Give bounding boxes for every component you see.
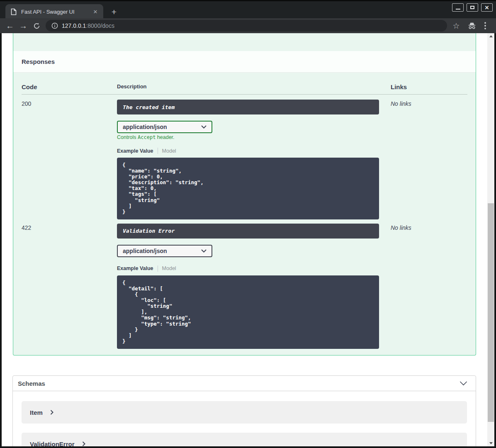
accept-header-note: Controls Accept header. [117, 134, 391, 140]
responses-table: Code Description Links 200 The created i… [13, 73, 476, 355]
schema-item[interactable]: Item [22, 401, 467, 424]
tab-example-value[interactable]: Example Value [117, 265, 153, 271]
url-bar[interactable]: 127.0.0.1:8000/docs [46, 20, 447, 32]
window-maximize-button[interactable] [467, 3, 478, 12]
endpoint-block: Responses Code Description Links 200 The… [13, 33, 476, 355]
schemas-title: Schemas [18, 380, 45, 387]
links-column-header: Links [391, 83, 467, 90]
kebab-menu-icon [484, 22, 486, 29]
media-type-select-422[interactable]: application/json [117, 245, 212, 257]
response-description-box: The created item [117, 100, 379, 114]
back-button[interactable]: ← [4, 20, 16, 32]
titlebar: Fast API - Swagger UI ✕ + ✕ [0, 0, 496, 18]
browser-window: Fast API - Swagger UI ✕ + ✕ ← → 127.0.0.… [0, 0, 496, 448]
scroll-up-arrow[interactable] [487, 33, 494, 39]
responses-section-header: Responses [13, 51, 476, 73]
tab-model[interactable]: Model [162, 148, 176, 154]
browser-tab[interactable]: Fast API - Swagger UI ✕ [5, 4, 103, 19]
collapse-chevron-icon[interactable] [460, 381, 467, 386]
scroll-down-arrow[interactable] [487, 440, 494, 446]
description-column-header: Description [117, 83, 391, 90]
tab-separator [158, 265, 158, 272]
minimize-icon [456, 9, 460, 10]
response-description-cell: Validation Error application/json Exampl… [117, 224, 391, 349]
browser-menu-button[interactable] [479, 20, 491, 32]
response-description-cell: The created item application/json Contro… [117, 100, 391, 219]
tab-close-icon[interactable]: ✕ [92, 8, 99, 16]
example-json-200: { "name": "string", "price": 0, "descrip… [117, 158, 379, 219]
page-scrollbar[interactable] [487, 33, 494, 446]
incognito-indicator [466, 20, 478, 32]
forward-button[interactable]: → [17, 20, 29, 32]
new-tab-button[interactable]: + [109, 7, 119, 17]
chevron-down-icon [201, 125, 207, 129]
response-row-422: 422 Validation Error application/json Ex… [22, 224, 467, 349]
schemas-body: Item ValidationError [13, 391, 476, 446]
page-favicon-icon [11, 8, 17, 16]
schemas-header[interactable]: Schemas [13, 376, 476, 391]
response-row-200: 200 The created item application/json Co… [22, 95, 467, 219]
bookmark-star-button[interactable]: ☆ [450, 20, 462, 32]
response-links: No links [391, 224, 467, 349]
star-icon: ☆ [452, 21, 460, 31]
chevron-right-icon [82, 441, 85, 446]
chevron-right-icon [50, 410, 53, 415]
back-icon: ← [6, 21, 14, 31]
code-column-header: Code [22, 83, 117, 90]
window-minimize-button[interactable] [452, 3, 464, 12]
example-model-tabs: Example Value Model [117, 265, 391, 272]
example-model-tabs: Example Value Model [117, 148, 391, 154]
incognito-icon [467, 22, 477, 30]
tab-separator [158, 148, 158, 154]
tab-model[interactable]: Model [162, 265, 176, 271]
site-info-icon[interactable] [51, 22, 58, 29]
responses-table-header: Code Description Links [22, 73, 467, 95]
schemas-section: Schemas Item ValidationError [12, 375, 476, 446]
response-links: No links [391, 100, 467, 219]
chevron-down-icon [201, 249, 207, 253]
example-json-422: { "detail": [ { "loc": [ "string" ], "ms… [117, 275, 379, 349]
response-code: 200 [22, 100, 117, 219]
tab-example-value[interactable]: Example Value [117, 148, 153, 154]
page-content: Responses Code Description Links 200 The… [2, 33, 487, 446]
media-type-select-200[interactable]: application/json [117, 121, 212, 133]
url-text[interactable]: 127.0.0.1:8000/docs [62, 22, 114, 29]
maximize-icon [470, 6, 474, 9]
forward-icon: → [19, 21, 27, 31]
close-icon: ✕ [485, 5, 489, 10]
reload-button[interactable] [31, 20, 42, 32]
responses-title: Responses [22, 58, 55, 65]
tab-title: Fast API - Swagger UI [21, 9, 88, 15]
response-code: 422 [22, 224, 117, 349]
schema-validation-error[interactable]: ValidationError [22, 433, 467, 446]
reload-icon [33, 22, 40, 29]
response-description-box: Validation Error [117, 224, 379, 239]
scrollbar-thumb[interactable] [488, 203, 494, 422]
browser-toolbar: ← → 127.0.0.1:8000/docs ☆ [0, 18, 496, 33]
window-close-button[interactable]: ✕ [481, 3, 493, 12]
